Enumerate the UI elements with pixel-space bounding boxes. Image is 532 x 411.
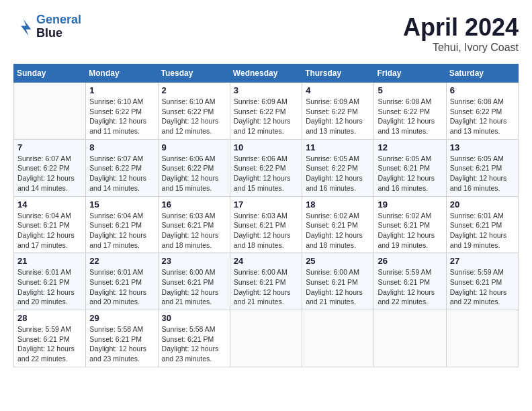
day-info: Sunrise: 6:07 AM Sunset: 6:22 PM Dayligh… [17, 154, 82, 193]
calendar-cell: 5Sunrise: 6:08 AM Sunset: 6:22 PM Daylig… [374, 83, 446, 140]
calendar-cell: 3Sunrise: 6:09 AM Sunset: 6:22 PM Daylig… [230, 83, 302, 140]
calendar-col-thursday: Thursday [302, 64, 374, 83]
day-number: 4 [306, 85, 370, 95]
day-info: Sunrise: 6:10 AM Sunset: 6:22 PM Dayligh… [162, 97, 226, 136]
day-info: Sunrise: 6:10 AM Sunset: 6:22 PM Dayligh… [89, 97, 154, 136]
calendar-cell: 29Sunrise: 5:58 AM Sunset: 6:21 PM Dayli… [86, 310, 158, 367]
day-number: 3 [234, 85, 298, 95]
calendar-col-sunday: Sunday [14, 64, 86, 83]
calendar-col-tuesday: Tuesday [158, 64, 230, 83]
calendar-col-saturday: Saturday [446, 64, 518, 83]
day-info: Sunrise: 6:00 AM Sunset: 6:21 PM Dayligh… [306, 267, 370, 307]
day-number: 15 [89, 199, 154, 210]
calendar-cell: 7Sunrise: 6:07 AM Sunset: 6:22 PM Daylig… [14, 139, 86, 196]
month-title: April 2024 [403, 13, 519, 42]
calendar-cell: 21Sunrise: 6:01 AM Sunset: 6:21 PM Dayli… [14, 253, 86, 310]
day-info: Sunrise: 5:59 AM Sunset: 6:21 PM Dayligh… [378, 267, 442, 307]
day-info: Sunrise: 6:01 AM Sunset: 6:21 PM Dayligh… [89, 267, 154, 307]
calendar-cell [374, 310, 446, 367]
day-number: 25 [306, 256, 370, 266]
calendar-cell: 15Sunrise: 6:04 AM Sunset: 6:21 PM Dayli… [86, 196, 158, 253]
day-info: Sunrise: 6:03 AM Sunset: 6:21 PM Dayligh… [162, 211, 226, 250]
day-number: 17 [234, 199, 298, 210]
day-info: Sunrise: 5:59 AM Sunset: 6:21 PM Dayligh… [17, 324, 82, 364]
day-info: Sunrise: 6:01 AM Sunset: 6:21 PM Dayligh… [450, 211, 515, 250]
calendar-cell: 20Sunrise: 6:01 AM Sunset: 6:21 PM Dayli… [446, 196, 518, 253]
calendar-cell: 27Sunrise: 5:59 AM Sunset: 6:21 PM Dayli… [446, 253, 518, 310]
calendar-cell: 8Sunrise: 6:07 AM Sunset: 6:22 PM Daylig… [86, 139, 158, 196]
logo-icon [13, 17, 34, 37]
day-number: 30 [162, 313, 226, 323]
day-number: 24 [234, 256, 298, 266]
calendar-cell [446, 310, 518, 367]
day-number: 13 [450, 142, 515, 152]
calendar-cell: 2Sunrise: 6:10 AM Sunset: 6:22 PM Daylig… [158, 83, 230, 140]
svg-marker-0 [21, 19, 31, 36]
day-info: Sunrise: 5:58 AM Sunset: 6:21 PM Dayligh… [89, 324, 154, 364]
day-info: Sunrise: 6:06 AM Sunset: 6:22 PM Dayligh… [234, 154, 298, 193]
day-info: Sunrise: 6:00 AM Sunset: 6:21 PM Dayligh… [234, 267, 298, 307]
day-number: 2 [162, 85, 226, 95]
calendar-col-monday: Monday [86, 64, 158, 83]
calendar-week-4: 21Sunrise: 6:01 AM Sunset: 6:21 PM Dayli… [14, 253, 519, 310]
calendar-week-2: 7Sunrise: 6:07 AM Sunset: 6:22 PM Daylig… [14, 139, 519, 196]
day-info: Sunrise: 6:05 AM Sunset: 6:21 PM Dayligh… [450, 154, 515, 193]
day-number: 23 [162, 256, 226, 266]
calendar-cell: 6Sunrise: 6:08 AM Sunset: 6:22 PM Daylig… [446, 83, 518, 140]
day-info: Sunrise: 6:07 AM Sunset: 6:22 PM Dayligh… [89, 154, 154, 193]
logo: General Blue [13, 13, 81, 40]
calendar-week-3: 14Sunrise: 6:04 AM Sunset: 6:21 PM Dayli… [14, 196, 519, 253]
day-info: Sunrise: 6:05 AM Sunset: 6:21 PM Dayligh… [378, 154, 442, 193]
page-header: General Blue April 2024 Tehui, Ivory Coa… [13, 13, 519, 54]
calendar-cell: 14Sunrise: 6:04 AM Sunset: 6:21 PM Dayli… [14, 196, 86, 253]
day-number: 16 [162, 199, 226, 210]
day-number: 29 [89, 313, 154, 323]
day-info: Sunrise: 6:08 AM Sunset: 6:22 PM Dayligh… [450, 97, 515, 136]
calendar-cell: 25Sunrise: 6:00 AM Sunset: 6:21 PM Dayli… [302, 253, 374, 310]
day-info: Sunrise: 5:58 AM Sunset: 6:21 PM Dayligh… [162, 324, 226, 364]
day-number: 8 [89, 142, 154, 152]
calendar-cell: 22Sunrise: 6:01 AM Sunset: 6:21 PM Dayli… [86, 253, 158, 310]
calendar-cell: 10Sunrise: 6:06 AM Sunset: 6:22 PM Dayli… [230, 139, 302, 196]
day-number: 20 [450, 199, 515, 210]
calendar-cell: 16Sunrise: 6:03 AM Sunset: 6:21 PM Dayli… [158, 196, 230, 253]
day-info: Sunrise: 6:00 AM Sunset: 6:21 PM Dayligh… [162, 267, 226, 307]
day-number: 11 [306, 142, 370, 152]
day-number: 18 [306, 199, 370, 210]
calendar-header-row: SundayMondayTuesdayWednesdayThursdayFrid… [14, 64, 519, 83]
calendar-cell: 1Sunrise: 6:10 AM Sunset: 6:22 PM Daylig… [86, 83, 158, 140]
calendar-table: SundayMondayTuesdayWednesdayThursdayFrid… [13, 64, 519, 367]
calendar-cell: 4Sunrise: 6:09 AM Sunset: 6:22 PM Daylig… [302, 83, 374, 140]
day-number: 9 [162, 142, 226, 152]
title-block: April 2024 Tehui, Ivory Coast [403, 13, 519, 54]
calendar-col-friday: Friday [374, 64, 446, 83]
calendar-cell: 23Sunrise: 6:00 AM Sunset: 6:21 PM Dayli… [158, 253, 230, 310]
calendar-cell: 28Sunrise: 5:59 AM Sunset: 6:21 PM Dayli… [14, 310, 86, 367]
day-number: 1 [89, 85, 154, 95]
day-number: 21 [17, 256, 82, 266]
day-info: Sunrise: 6:01 AM Sunset: 6:21 PM Dayligh… [17, 267, 82, 307]
logo-text: General Blue [36, 13, 81, 40]
calendar-cell: 19Sunrise: 6:02 AM Sunset: 6:21 PM Dayli… [374, 196, 446, 253]
day-info: Sunrise: 6:04 AM Sunset: 6:21 PM Dayligh… [89, 211, 154, 250]
calendar-cell [14, 83, 86, 140]
calendar-cell: 11Sunrise: 6:05 AM Sunset: 6:22 PM Dayli… [302, 139, 374, 196]
day-number: 28 [17, 313, 82, 323]
day-number: 19 [378, 199, 442, 210]
calendar-cell [302, 310, 374, 367]
calendar-cell: 9Sunrise: 6:06 AM Sunset: 6:22 PM Daylig… [158, 139, 230, 196]
day-info: Sunrise: 6:03 AM Sunset: 6:21 PM Dayligh… [234, 211, 298, 250]
day-number: 27 [450, 256, 515, 266]
calendar-cell: 13Sunrise: 6:05 AM Sunset: 6:21 PM Dayli… [446, 139, 518, 196]
calendar-cell [230, 310, 302, 367]
day-number: 22 [89, 256, 154, 266]
day-info: Sunrise: 6:02 AM Sunset: 6:21 PM Dayligh… [306, 211, 370, 250]
day-info: Sunrise: 6:02 AM Sunset: 6:21 PM Dayligh… [378, 211, 442, 250]
day-number: 5 [378, 85, 442, 95]
day-info: Sunrise: 5:59 AM Sunset: 6:21 PM Dayligh… [450, 267, 515, 307]
calendar-cell: 24Sunrise: 6:00 AM Sunset: 6:21 PM Dayli… [230, 253, 302, 310]
day-info: Sunrise: 6:08 AM Sunset: 6:22 PM Dayligh… [378, 97, 442, 136]
calendar-cell: 30Sunrise: 5:58 AM Sunset: 6:21 PM Dayli… [158, 310, 230, 367]
day-number: 26 [378, 256, 442, 266]
calendar-week-5: 28Sunrise: 5:59 AM Sunset: 6:21 PM Dayli… [14, 310, 519, 367]
